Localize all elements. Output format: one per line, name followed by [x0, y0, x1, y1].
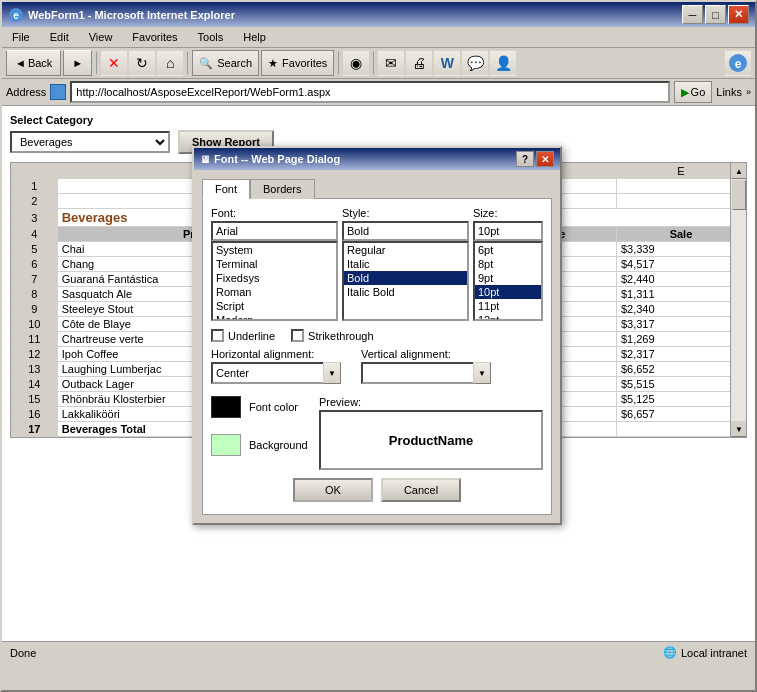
background-color-swatch[interactable] [211, 434, 241, 456]
font-list-item[interactable]: Modern [213, 313, 336, 321]
category-select[interactable]: Beverages [10, 131, 170, 153]
col-sale: Sale [616, 227, 745, 242]
size-list-item[interactable]: 12pt [475, 313, 541, 321]
col-header-e[interactable]: E [616, 164, 745, 179]
row-num: 3 [12, 209, 58, 227]
separator-3 [338, 52, 339, 74]
dialog-footer: OK Cancel [211, 470, 543, 506]
stop-button[interactable]: ✕ [101, 50, 127, 76]
ie-title-icon: e [8, 7, 24, 23]
strikethrough-checkbox[interactable]: Strikethrough [291, 329, 373, 342]
font-size-input[interactable] [473, 221, 543, 241]
size-list-item[interactable]: 6pt [475, 243, 541, 257]
scroll-track [731, 179, 746, 421]
row-num: 1 [12, 179, 58, 194]
back-icon: ◄ [15, 57, 26, 69]
discuss-icon: 💬 [467, 55, 484, 71]
go-button[interactable]: ▶ Go [674, 81, 713, 103]
underline-label: Underline [228, 330, 275, 342]
size-list-item[interactable]: 11pt [475, 299, 541, 313]
menu-tools[interactable]: Tools [192, 29, 230, 45]
refresh-button[interactable]: ↻ [129, 50, 155, 76]
refresh-icon: ↻ [136, 55, 148, 71]
font-list-item[interactable]: System [213, 243, 336, 257]
media-button[interactable]: ◉ [343, 50, 369, 76]
media-icon: ◉ [350, 55, 362, 71]
col-header-empty [12, 164, 58, 179]
font-name-input[interactable] [211, 221, 338, 241]
home-button[interactable]: ⌂ [157, 50, 183, 76]
search-button[interactable]: 🔍 Search [192, 50, 259, 76]
menu-favorites[interactable]: Favorites [126, 29, 183, 45]
underline-checkbox-box[interactable] [211, 329, 224, 342]
vert-align-select[interactable]: Top Middle Bottom [361, 362, 491, 384]
font-size-label: Size: [473, 207, 543, 219]
back-button[interactable]: ◄ Back [6, 50, 61, 76]
font-name-col: Font: System Terminal Fixedsys Roman Scr… [211, 207, 338, 321]
font-color-swatch[interactable] [211, 396, 241, 418]
title-bar: e WebForm1 - Microsoft Internet Explorer… [2, 2, 755, 27]
menu-edit[interactable]: Edit [44, 29, 75, 45]
row-num: 2 [12, 194, 58, 209]
size-list-item[interactable]: 8pt [475, 257, 541, 271]
font-style-label: Style: [342, 207, 469, 219]
cancel-button[interactable]: Cancel [381, 478, 461, 502]
print-icon: 🖨 [412, 55, 426, 71]
font-size-listbox[interactable]: 6pt 8pt 9pt 10pt 11pt 12pt 14pt 16pt 18p… [473, 241, 543, 321]
select-category-label: Select Category [10, 114, 747, 126]
size-list-item[interactable]: 9pt [475, 271, 541, 285]
edit-button[interactable]: W [434, 50, 460, 76]
ok-button[interactable]: OK [293, 478, 373, 502]
font-list-item[interactable]: Fixedsys [213, 271, 336, 285]
tab-font[interactable]: Font [202, 179, 250, 199]
font-style-listbox[interactable]: Regular Italic Bold Italic Bold [342, 241, 469, 321]
tab-content-font: Font: System Terminal Fixedsys Roman Scr… [202, 198, 552, 515]
menu-file[interactable]: File [6, 29, 36, 45]
svg-text:e: e [13, 10, 19, 21]
address-input[interactable] [70, 81, 669, 103]
svg-text:e: e [735, 57, 742, 71]
favorites-button[interactable]: ★ Favorites [261, 50, 334, 76]
mail-button[interactable]: ✉ [378, 50, 404, 76]
style-list-item[interactable]: Italic [344, 257, 467, 271]
tab-borders[interactable]: Borders [250, 179, 315, 199]
style-list-item[interactable]: Regular [344, 243, 467, 257]
dialog-close-button[interactable]: ✕ [536, 151, 554, 167]
home-icon: ⌂ [166, 55, 174, 71]
vert-align-wrap: Top Middle Bottom ▼ [361, 362, 491, 384]
menu-view[interactable]: View [83, 29, 119, 45]
minimize-button[interactable]: ─ [682, 5, 703, 24]
font-list-item[interactable]: Script [213, 299, 336, 313]
links-label[interactable]: Links [716, 86, 742, 98]
close-window-button[interactable]: ✕ [728, 5, 749, 24]
dialog-help-button[interactable]: ? [516, 151, 534, 167]
strikethrough-checkbox-box[interactable] [291, 329, 304, 342]
font-size-col: Size: 6pt 8pt 9pt 10pt 11pt 12pt 14pt 16… [473, 207, 543, 321]
font-list-item[interactable]: Terminal [213, 257, 336, 271]
title-bar-controls: ─ □ ✕ [682, 5, 749, 24]
style-list-item[interactable]: Italic Bold [344, 285, 467, 299]
dialog-body: Font Borders Font: System Terminal [194, 170, 560, 523]
style-list-item-bold[interactable]: Bold [344, 271, 467, 285]
font-style-col: Style: Regular Italic Bold Italic Bold [342, 207, 469, 321]
horiz-align-select[interactable]: Center Left Right [211, 362, 341, 384]
messenger-button[interactable]: 👤 [490, 50, 516, 76]
discuss-button[interactable]: 💬 [462, 50, 488, 76]
scroll-thumb[interactable] [732, 180, 746, 210]
maximize-button[interactable]: □ [705, 5, 726, 24]
font-list-item[interactable]: Roman [213, 285, 336, 299]
messenger-icon: 👤 [495, 55, 512, 71]
font-style-input[interactable] [342, 221, 469, 241]
forward-button[interactable]: ► [63, 50, 92, 76]
print-button[interactable]: 🖨 [406, 50, 432, 76]
dialog-tabs: Font Borders [202, 178, 552, 198]
font-name-listbox[interactable]: System Terminal Fixedsys Roman Script Mo… [211, 241, 338, 321]
scroll-down-button[interactable]: ▼ [731, 421, 747, 437]
scrollbar-vertical[interactable]: ▲ ▼ [730, 163, 746, 437]
horiz-align-col: Horizontal alignment: Center Left Right … [211, 348, 341, 384]
underline-checkbox[interactable]: Underline [211, 329, 275, 342]
size-list-item-10[interactable]: 10pt [475, 285, 541, 299]
scroll-up-button[interactable]: ▲ [731, 163, 747, 179]
menu-help[interactable]: Help [237, 29, 272, 45]
favorites-icon: ★ [268, 57, 278, 70]
